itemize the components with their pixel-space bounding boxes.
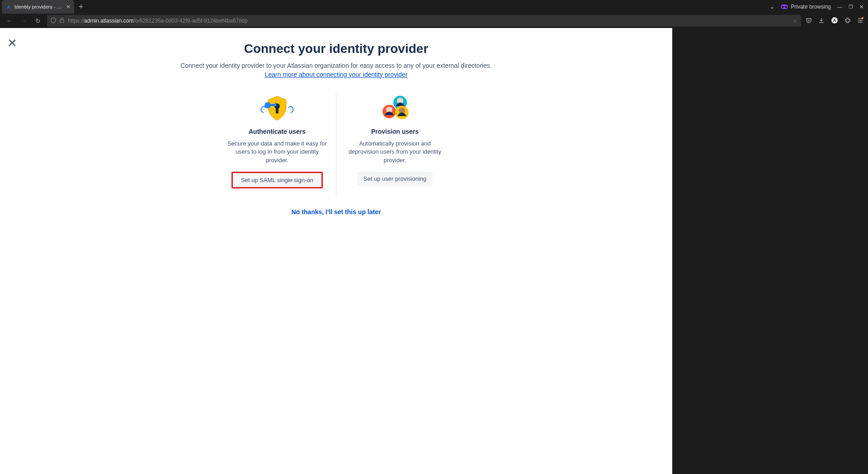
minimize-button[interactable]: — [837,4,842,10]
downloads-icon[interactable] [818,17,825,25]
setup-saml-button[interactable]: Set up SAML single sign-on [231,172,323,188]
page-subtext: Connect your identity provider to your A… [174,61,499,79]
options-row: Authenticate users Secure your data and … [174,93,499,196]
tab-bar: Identity providers - Clem ✕ + ⌄ Private … [0,0,868,14]
page-title: Connect your identity provider [174,42,499,56]
svg-point-6 [264,102,271,108]
svg-rect-5 [276,107,278,113]
bookmark-star-icon[interactable]: ☆ [793,18,797,24]
browser-tab[interactable]: Identity providers - Clem ✕ [2,0,74,14]
svg-rect-0 [60,20,64,23]
lock-icon[interactable] [60,18,64,24]
shield-icon[interactable] [51,17,56,24]
setup-provisioning-button[interactable]: Set up user provisioning [357,172,433,186]
new-tab-button[interactable]: + [74,2,88,12]
menu-icon[interactable] [857,17,863,25]
provision-title: Provision users [371,128,419,135]
svg-rect-8 [275,103,276,105]
authenticate-title: Authenticate users [249,128,306,135]
atlassian-favicon [5,4,12,10]
skip-link[interactable]: No thanks, I'll set this up later [174,208,499,216]
toolbar-right: A [806,17,863,25]
page-content: ✕ Connect your identity provider Connect… [0,28,672,474]
window-controls: — ❐ ✕ [837,4,863,10]
svg-text:A: A [833,18,836,23]
svg-point-3 [862,17,863,19]
nav-forward-button[interactable]: → [19,16,29,25]
users-illustration [375,93,415,124]
account-icon[interactable]: A [831,17,838,25]
tab-close-icon[interactable]: ✕ [66,4,71,10]
titlebar-right: ⌄ Private browsing — ❐ ✕ [770,4,868,10]
provision-desc: Automatically provision and deprovision … [344,140,447,164]
authenticate-card: Authenticate users Secure your data and … [219,93,336,196]
private-label: Private browsing [791,4,831,10]
url-bar[interactable]: https://admin.atlassian.com/o/6281235a-0… [47,15,801,27]
maximize-button[interactable]: ❐ [849,4,853,10]
close-window-button[interactable]: ✕ [859,4,863,10]
authenticate-desc: Secure your data and make it easy for us… [226,140,329,164]
close-dialog-icon[interactable]: ✕ [7,36,17,50]
nav-back-button[interactable]: ← [5,16,14,25]
extensions-icon[interactable] [844,17,851,25]
nav-reload-button[interactable]: ↻ [33,16,42,25]
browser-chrome: Identity providers - Clem ✕ + ⌄ Private … [0,0,868,28]
tab-title: Identity providers - Clem [14,4,63,9]
provision-card: Provision users Automatically provision … [336,93,454,196]
shield-key-illustration [257,93,297,124]
tabs-dropdown-icon[interactable]: ⌄ [770,4,774,10]
learn-more-link[interactable]: Learn more about connecting your identit… [265,71,408,78]
pocket-icon[interactable] [806,17,812,25]
private-browsing-badge: Private browsing [781,4,831,10]
url-text: https://admin.atlassian.com/o/6281235a-0… [68,18,789,24]
nav-bar: ← → ↻ https://admin.atlassian.com/o/6281… [0,14,868,28]
mask-icon [781,5,788,9]
content-wrapper: Connect your identity provider Connect y… [174,28,499,216]
